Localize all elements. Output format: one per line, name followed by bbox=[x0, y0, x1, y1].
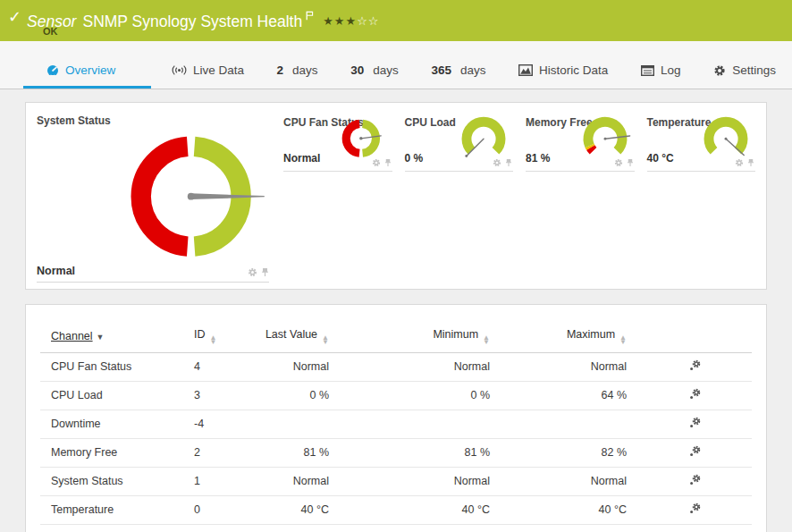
gauge-settings-gear-icon[interactable] bbox=[493, 158, 501, 167]
log-icon bbox=[641, 65, 654, 76]
gauge-value: 0 % bbox=[405, 152, 424, 165]
gauge-settings-gear-icon[interactable] bbox=[614, 158, 623, 167]
cell-id: 3 bbox=[183, 382, 232, 410]
table-row[interactable]: System Status 1 Normal Normal Normal bbox=[40, 468, 752, 496]
gauge-pin-icon[interactable] bbox=[505, 158, 512, 167]
gauge-panel-cpu-load: CPU Load 0 % bbox=[405, 106, 514, 172]
star-filled-icons: ★★★ bbox=[323, 14, 357, 28]
tab-365-days-label: days bbox=[460, 63, 486, 77]
cell-id: 2 bbox=[183, 439, 232, 468]
tab-overview[interactable]: Overview bbox=[23, 63, 151, 89]
channel-settings-gear-icon[interactable] bbox=[689, 359, 701, 374]
gauge-pin-icon[interactable] bbox=[747, 158, 754, 167]
table-row[interactable]: Temperature 0 40 °C 40 °C 40 °C bbox=[40, 496, 752, 525]
sensor-title: SensorSNMP Synology System Health★★★☆☆ bbox=[27, 6, 380, 31]
tab-2-days-number: 2 bbox=[277, 63, 284, 77]
gauge-value: 81 % bbox=[526, 152, 550, 165]
channels-table: Channel▼ ID▲▼ Last Value▲▼ Minimum▲▼ Max… bbox=[40, 323, 752, 525]
gauge-settings-gear-icon[interactable] bbox=[372, 158, 381, 167]
cell-channel[interactable]: Memory Free bbox=[40, 439, 183, 468]
tab-settings[interactable]: Settings bbox=[701, 63, 788, 89]
primary-gauge-title: System Status bbox=[37, 114, 111, 127]
tab-log[interactable]: Log bbox=[628, 63, 694, 89]
header-id[interactable]: ID▲▼ bbox=[183, 323, 232, 353]
channel-settings-gear-icon[interactable] bbox=[689, 417, 701, 431]
header-channel[interactable]: Channel▼ bbox=[40, 323, 183, 353]
sort-icon: ▲▼ bbox=[210, 335, 217, 344]
channel-settings-gear-icon[interactable] bbox=[689, 445, 701, 460]
gauge-value: Normal bbox=[283, 152, 320, 165]
cell-maximum: 40 °C bbox=[501, 496, 637, 525]
tab-live-data[interactable]: Live Data bbox=[159, 63, 257, 89]
cell-id: 1 bbox=[183, 468, 232, 496]
gauge-settings-gear-icon[interactable] bbox=[248, 267, 257, 277]
primary-gauge-footer: Normal bbox=[37, 265, 269, 283]
tab-log-label: Log bbox=[661, 63, 681, 77]
gauge-icon bbox=[46, 64, 59, 77]
cell-maximum: 64 % bbox=[501, 382, 637, 410]
tab-30-days-label: days bbox=[373, 63, 399, 77]
tab-365-days-number: 365 bbox=[431, 63, 451, 77]
cell-minimum: 81 % bbox=[340, 439, 501, 468]
table-row[interactable]: Memory Free 2 81 % 81 % 82 % bbox=[40, 439, 752, 468]
cell-last-value: 40 °C bbox=[232, 496, 340, 525]
small-gauges-row: CPU Fan Status Normal CPU Load 0 % bbox=[269, 103, 766, 289]
gauge-panel-temperature: Temperature 40 °C bbox=[647, 106, 756, 172]
cell-channel[interactable]: CPU Fan Status bbox=[40, 353, 183, 382]
gauge-settings-gear-icon[interactable] bbox=[735, 158, 744, 167]
sort-icon: ▲▼ bbox=[619, 335, 627, 344]
cell-channel[interactable]: CPU Load bbox=[40, 382, 183, 410]
channel-settings-gear-icon[interactable] bbox=[689, 388, 701, 402]
cell-maximum: 82 % bbox=[501, 439, 637, 468]
gauge-panel-memory-free: Memory Free 81 % bbox=[526, 106, 635, 172]
cell-channel[interactable]: System Status bbox=[40, 468, 183, 496]
live-data-icon bbox=[172, 64, 187, 76]
gauges-card: System Status Normal CPU Fan Status bbox=[25, 102, 767, 290]
cell-minimum: 0 % bbox=[340, 382, 501, 410]
channel-settings-gear-icon[interactable] bbox=[689, 474, 701, 488]
tab-30-days[interactable]: 30 days bbox=[338, 63, 411, 89]
header-last-value[interactable]: Last Value▲▼ bbox=[232, 323, 340, 353]
cell-last-value bbox=[232, 410, 340, 439]
priority-stars[interactable]: ★★★☆☆ bbox=[323, 14, 379, 28]
temperature-gauge bbox=[700, 115, 752, 164]
header-maximum[interactable]: Maximum▲▼ bbox=[501, 323, 637, 353]
tab-live-data-label: Live Data bbox=[193, 63, 244, 77]
tab-historic-data[interactable]: Historic Data bbox=[506, 63, 620, 89]
table-row[interactable]: CPU Load 3 0 % 0 % 64 % bbox=[40, 382, 752, 410]
cell-id: 0 bbox=[183, 496, 232, 525]
primary-gauge-value: Normal bbox=[37, 265, 75, 277]
sort-desc-icon: ▼ bbox=[97, 333, 105, 342]
table-row[interactable]: CPU Fan Status 4 Normal Normal Normal bbox=[40, 353, 752, 382]
cell-last-value: Normal bbox=[232, 468, 340, 496]
gauge-pin-icon[interactable] bbox=[384, 158, 392, 167]
gauge-panel-cpu-fan-status: CPU Fan Status Normal bbox=[283, 106, 392, 172]
tab-365-days[interactable]: 365 days bbox=[418, 63, 498, 89]
header-minimum[interactable]: Minimum▲▼ bbox=[340, 323, 501, 353]
cell-channel[interactable]: Temperature bbox=[40, 496, 183, 525]
cell-minimum: Normal bbox=[340, 353, 501, 382]
gear-icon bbox=[713, 64, 726, 77]
chart-icon bbox=[518, 64, 533, 76]
cell-channel[interactable]: Downtime bbox=[40, 410, 183, 439]
cpu-load-gauge bbox=[458, 115, 510, 164]
table-row[interactable]: Downtime -4 bbox=[40, 410, 752, 439]
cell-maximum: Normal bbox=[501, 353, 637, 382]
tab-overview-label: Overview bbox=[65, 63, 115, 77]
cell-minimum bbox=[340, 410, 501, 439]
cell-id: 4 bbox=[183, 353, 232, 382]
tab-2-days-label: days bbox=[292, 63, 318, 77]
channels-card: Channel▼ ID▲▼ Last Value▲▼ Minimum▲▼ Max… bbox=[25, 304, 767, 532]
cell-last-value: Normal bbox=[232, 353, 340, 382]
system-status-gauge bbox=[124, 130, 274, 263]
channel-settings-gear-icon[interactable] bbox=[689, 502, 701, 517]
flag-icon[interactable] bbox=[306, 6, 314, 25]
status-ok-check-icon: ✓ bbox=[8, 7, 21, 27]
gauge-value: 40 °C bbox=[647, 152, 674, 165]
tab-historic-data-label: Historic Data bbox=[539, 63, 608, 77]
gauge-pin-icon[interactable] bbox=[627, 158, 634, 167]
tab-2-days[interactable]: 2 days bbox=[265, 63, 331, 89]
gauge-pin-icon[interactable] bbox=[261, 267, 269, 277]
sensor-status-badge: OK bbox=[43, 26, 58, 37]
cell-maximum: Normal bbox=[501, 468, 637, 496]
